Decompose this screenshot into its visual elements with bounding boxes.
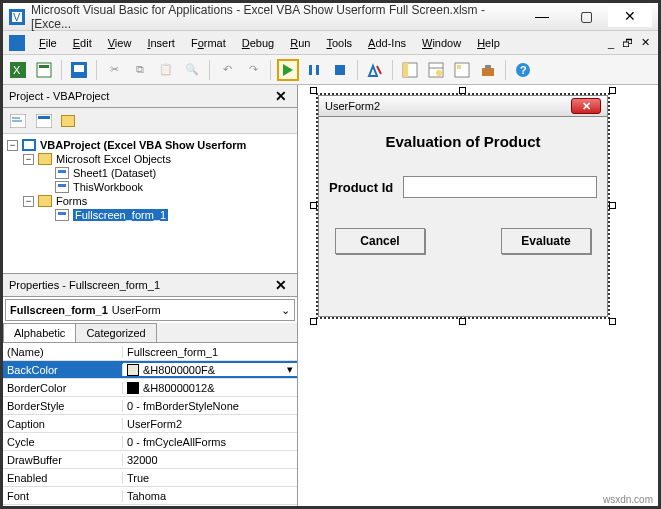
maximize-button[interactable]: ▢ [564, 7, 608, 27]
view-code-icon[interactable] [7, 110, 29, 132]
tree-label: Sheet1 (Dataset) [73, 167, 156, 179]
property-row[interactable]: ForeColor&H80000012& [3, 505, 297, 506]
copy-icon[interactable]: ⧉ [129, 59, 151, 81]
property-value[interactable]: Tahoma [123, 490, 297, 502]
undo-icon[interactable]: ↶ [216, 59, 238, 81]
property-value[interactable]: 32000 [123, 454, 297, 466]
vba-project-icon [22, 139, 36, 151]
property-value[interactable]: &H80000012& [123, 382, 297, 394]
svg-rect-10 [309, 65, 312, 75]
menu-addins[interactable]: Add-Ins [360, 35, 414, 51]
mdi-restore[interactable]: 🗗 [618, 37, 637, 49]
userform-canvas[interactable]: UserForm2 ✕ Evaluation of Product Produc… [318, 95, 608, 317]
tree-excel-objects[interactable]: − Microsoft Excel Objects [7, 152, 293, 166]
mdi-close[interactable]: ✕ [637, 36, 654, 49]
property-value[interactable]: &H8000000F&▾ [123, 363, 297, 376]
find-icon[interactable]: 🔍 [181, 59, 203, 81]
toolbar: X ✂ ⧉ 📋 🔍 ↶ ↷ ? [3, 55, 658, 85]
svg-marker-13 [369, 66, 377, 76]
tab-categorized[interactable]: Categorized [75, 323, 156, 342]
workbook-icon [55, 181, 69, 193]
toggle-folders-icon[interactable] [59, 110, 81, 132]
menu-edit[interactable]: Edit [65, 35, 100, 51]
menu-insert[interactable]: Insert [139, 35, 183, 51]
svg-marker-9 [283, 64, 293, 76]
collapse-icon[interactable]: − [23, 154, 34, 165]
property-row[interactable]: BackColor&H8000000F&▾ [3, 361, 297, 379]
collapse-icon[interactable]: − [7, 140, 18, 151]
project-panel-close-icon[interactable]: ✕ [271, 88, 291, 104]
object-name: Fullscreen_form_1 [10, 304, 108, 316]
evaluate-button[interactable]: Evaluate [501, 228, 591, 254]
property-row[interactable]: BorderStyle0 - fmBorderStyleNone [3, 397, 297, 415]
tree-sheet1[interactable]: Sheet1 (Dataset) [7, 166, 293, 180]
mdi-minimize[interactable]: _ [604, 37, 618, 49]
collapse-icon[interactable]: − [23, 196, 34, 207]
property-row[interactable]: Cycle0 - fmCycleAllForms [3, 433, 297, 451]
toolbox-icon[interactable] [477, 59, 499, 81]
view-excel-icon[interactable]: X [7, 59, 29, 81]
break-icon[interactable] [303, 59, 325, 81]
property-row[interactable]: DrawBuffer32000 [3, 451, 297, 469]
menu-window[interactable]: Window [414, 35, 469, 51]
property-row[interactable]: FontTahoma [3, 487, 297, 505]
tree-forms-folder[interactable]: − Forms [7, 194, 293, 208]
userform-close-icon[interactable]: ✕ [571, 98, 601, 114]
property-value[interactable]: UserForm2 [123, 418, 297, 430]
property-row[interactable]: (Name)Fullscreen_form_1 [3, 343, 297, 361]
redo-icon[interactable]: ↷ [242, 59, 264, 81]
properties-panel-close-icon[interactable]: ✕ [271, 277, 291, 293]
property-name: (Name) [3, 346, 123, 358]
tree-form1[interactable]: Fullscreen_form_1 [7, 208, 293, 222]
menu-file[interactable]: File [31, 35, 65, 51]
property-value[interactable]: Fullscreen_form_1 [123, 346, 297, 358]
help-icon[interactable]: ? [512, 59, 534, 81]
svg-text:V: V [13, 11, 21, 23]
product-id-input[interactable] [403, 176, 597, 198]
insert-module-icon[interactable] [33, 59, 55, 81]
form-designer[interactable]: UserForm2 ✕ Evaluation of Product Produc… [298, 85, 658, 506]
tree-project-root[interactable]: − VBAProject (Excel VBA Show Userform [7, 138, 293, 152]
view-object-icon[interactable] [33, 110, 55, 132]
userform-body[interactable]: Evaluation of Product Product Id Cancel … [318, 117, 608, 317]
menu-tools[interactable]: Tools [318, 35, 360, 51]
property-row[interactable]: EnabledTrue [3, 469, 297, 487]
menu-view[interactable]: View [100, 35, 140, 51]
menu-help[interactable]: Help [469, 35, 508, 51]
close-button[interactable]: ✕ [608, 7, 652, 27]
dropdown-icon[interactable]: ▾ [287, 363, 293, 376]
userform-titlebar: UserForm2 ✕ [318, 95, 608, 117]
menu-run[interactable]: Run [282, 35, 318, 51]
properties-grid[interactable]: (Name)Fullscreen_form_1BackColor&H800000… [3, 343, 297, 506]
minimize-button[interactable]: — [520, 7, 564, 27]
menu-format[interactable]: Format [183, 35, 234, 51]
menu-debug[interactable]: Debug [234, 35, 282, 51]
save-icon[interactable] [68, 59, 90, 81]
svg-rect-22 [482, 68, 494, 76]
properties-window-icon[interactable] [425, 59, 447, 81]
property-row[interactable]: BorderColor&H80000012& [3, 379, 297, 397]
run-icon[interactable] [277, 59, 299, 81]
menubar: File Edit View Insert Format Debug Run T… [3, 31, 658, 55]
tree-label: Microsoft Excel Objects [56, 153, 171, 165]
property-value[interactable]: 0 - fmCycleAllForms [123, 436, 297, 448]
properties-tabs: Alphabetic Categorized [3, 323, 297, 343]
tree-thisworkbook[interactable]: ThisWorkbook [7, 180, 293, 194]
svg-text:X: X [13, 64, 21, 76]
color-swatch-icon [127, 364, 139, 376]
property-value[interactable]: 0 - fmBorderStyleNone [123, 400, 297, 412]
object-selector-combo[interactable]: Fullscreen_form_1 UserForm ⌄ [5, 299, 295, 321]
system-menu-icon[interactable] [9, 35, 25, 51]
property-row[interactable]: CaptionUserForm2 [3, 415, 297, 433]
project-explorer-icon[interactable] [399, 59, 421, 81]
reset-icon[interactable] [329, 59, 351, 81]
design-mode-icon[interactable] [364, 59, 386, 81]
tab-alphabetic[interactable]: Alphabetic [3, 323, 76, 342]
paste-icon[interactable]: 📋 [155, 59, 177, 81]
cut-icon[interactable]: ✂ [103, 59, 125, 81]
properties-panel-title: Properties - Fullscreen_form_1 ✕ [3, 274, 297, 297]
property-value[interactable]: True [123, 472, 297, 484]
object-browser-icon[interactable] [451, 59, 473, 81]
project-tree[interactable]: − VBAProject (Excel VBA Show Userform − … [3, 134, 297, 274]
cancel-button[interactable]: Cancel [335, 228, 425, 254]
